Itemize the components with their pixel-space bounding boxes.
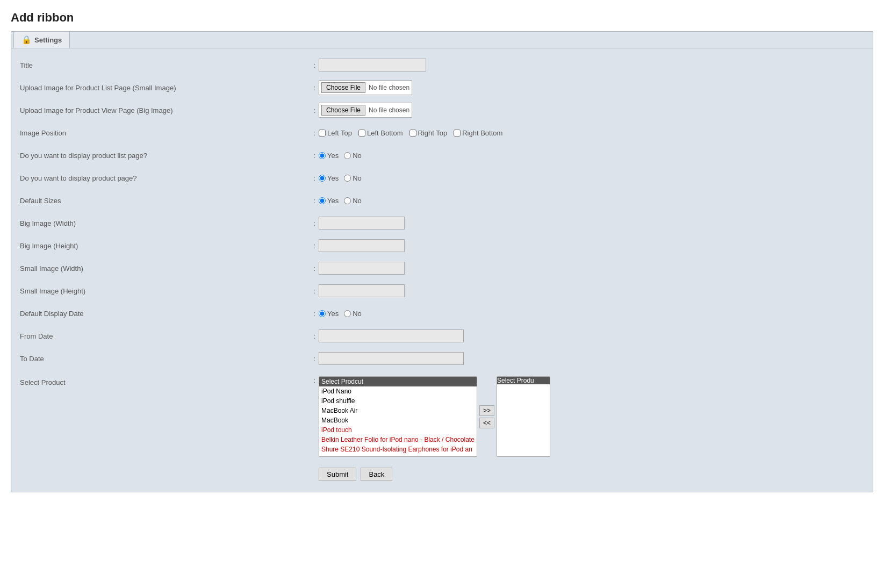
settings-icon: 🔒 xyxy=(21,35,32,45)
display-page-radios: Yes No xyxy=(319,174,362,182)
from-date-input[interactable] xyxy=(319,329,464,342)
select-product-label: Select Product xyxy=(20,374,310,391)
big-width-row: Big Image (Width) : xyxy=(20,212,864,234)
big-width-control xyxy=(319,214,864,232)
file-input-small: Choose File No file chosen xyxy=(319,80,412,95)
product-option-macbook[interactable]: MacBook xyxy=(319,415,477,425)
small-height-control xyxy=(319,282,864,299)
radio-default-sizes-no[interactable] xyxy=(344,197,351,204)
checkbox-right-bottom[interactable] xyxy=(454,130,461,137)
radio-default-date-no[interactable] xyxy=(344,310,351,317)
display-page-yes[interactable]: Yes xyxy=(319,174,339,182)
default-display-date-control: Yes No xyxy=(319,307,864,320)
move-right-button[interactable]: >> xyxy=(479,405,494,416)
checkbox-right-top[interactable] xyxy=(409,130,416,137)
product-listbox[interactable]: Select Prodcut iPod Nano iPod shuffle Ma… xyxy=(319,376,477,457)
product-option-shure[interactable]: Shure SE210 Sound-Isolating Earphones fo… xyxy=(319,444,477,454)
upload-small-control: Choose File No file chosen xyxy=(319,78,864,97)
product-option-ipod-nano[interactable]: iPod Nano xyxy=(319,386,477,396)
small-height-row: Small Image (Height) : xyxy=(20,279,864,302)
back-button[interactable]: Back xyxy=(361,468,392,481)
big-height-control xyxy=(319,237,864,254)
display-list-control: Yes No xyxy=(319,149,864,162)
default-display-date-row: Default Display Date : Yes No xyxy=(20,302,864,325)
display-list-row: Do you want to display product list page… xyxy=(20,144,864,167)
small-width-label: Small Image (Width) xyxy=(20,260,310,277)
default-sizes-control: Yes No xyxy=(319,195,864,207)
checkbox-left-bottom[interactable] xyxy=(358,130,365,137)
radio-display-page-no[interactable] xyxy=(344,175,351,182)
radio-default-date-yes[interactable] xyxy=(319,310,326,317)
display-list-yes[interactable]: Yes xyxy=(319,152,339,160)
default-display-date-radios: Yes No xyxy=(319,310,362,318)
file-no-chosen-small: No file chosen xyxy=(369,84,409,91)
product-option-ipod-touch[interactable]: iPod touch xyxy=(319,425,477,435)
small-width-input[interactable] xyxy=(319,262,405,275)
display-list-radios: Yes No xyxy=(319,152,362,160)
big-width-input[interactable] xyxy=(319,217,405,230)
big-height-input[interactable] xyxy=(319,239,405,252)
display-list-no[interactable]: No xyxy=(344,152,362,160)
move-left-button[interactable]: << xyxy=(479,418,494,428)
select-product-row: Select Product : Select Prodcut iPod Nan… xyxy=(20,370,864,459)
default-display-date-label: Default Display Date xyxy=(20,305,310,322)
action-buttons: Submit Back xyxy=(20,468,864,481)
product-option-header[interactable]: Select Prodcut xyxy=(319,377,477,386)
upload-big-label: Upload Image for Product View Page (Big … xyxy=(20,102,310,119)
display-list-label: Do you want to display product list page… xyxy=(20,147,310,164)
image-position-label: Image Position xyxy=(20,125,310,141)
radio-default-sizes-yes[interactable] xyxy=(319,197,326,204)
default-sizes-label: Default Sizes xyxy=(20,192,310,209)
tab-settings-label: Settings xyxy=(34,36,62,44)
radio-display-list-yes[interactable] xyxy=(319,152,326,159)
small-width-control xyxy=(319,260,864,277)
default-sizes-row: Default Sizes : Yes No xyxy=(20,189,864,212)
choose-file-big-button[interactable]: Choose File xyxy=(321,105,365,116)
to-date-label: To Date xyxy=(20,350,310,367)
image-position-control: Left Top Left Bottom Right Top Right Bot… xyxy=(319,127,864,139)
upload-big-row: Upload Image for Product View Page (Big … xyxy=(20,99,864,121)
default-display-date-yes[interactable]: Yes xyxy=(319,310,339,318)
file-no-chosen-big: No file chosen xyxy=(369,106,409,114)
submit-button[interactable]: Submit xyxy=(319,468,356,481)
small-height-input[interactable] xyxy=(319,284,405,297)
to-date-control xyxy=(319,350,864,367)
display-page-control: Yes No xyxy=(319,172,864,184)
product-option-macbook-air[interactable]: MacBook Air xyxy=(319,406,477,415)
radio-display-list-no[interactable] xyxy=(344,152,351,159)
title-control xyxy=(319,56,864,74)
big-width-label: Big Image (Width) xyxy=(20,215,310,232)
tab-header: 🔒 Settings xyxy=(11,32,873,48)
from-date-control xyxy=(319,327,864,345)
small-height-label: Small Image (Height) xyxy=(20,283,310,299)
from-date-label: From Date xyxy=(20,328,310,345)
image-position-checkboxes: Left Top Left Bottom Right Top Right Bot… xyxy=(319,129,502,137)
product-option-belkin[interactable]: Belkin Leather Folio for iPod nano - Bla… xyxy=(319,435,477,444)
pos-right-bottom[interactable]: Right Bottom xyxy=(454,129,502,137)
title-input[interactable] xyxy=(319,59,426,71)
product-option-ipod-shuffle[interactable]: iPod shuffle xyxy=(319,396,477,406)
to-date-row: To Date : xyxy=(20,347,864,370)
display-page-label: Do you want to display product page? xyxy=(20,170,310,187)
selected-option-header[interactable]: Select Produ xyxy=(497,377,550,384)
pos-left-bottom[interactable]: Left Bottom xyxy=(358,129,403,137)
default-display-date-no[interactable]: No xyxy=(344,310,362,318)
title-label: Title xyxy=(20,57,310,74)
tab-settings[interactable]: 🔒 Settings xyxy=(13,31,70,48)
default-sizes-yes[interactable]: Yes xyxy=(319,197,339,205)
pos-left-top[interactable]: Left Top xyxy=(319,129,352,137)
choose-file-small-button[interactable]: Choose File xyxy=(321,82,365,93)
radio-display-page-yes[interactable] xyxy=(319,175,326,182)
image-position-row: Image Position : Left Top Left Bottom Ri… xyxy=(20,121,864,144)
pos-right-top[interactable]: Right Top xyxy=(409,129,448,137)
to-date-input[interactable] xyxy=(319,352,464,365)
tab-container: 🔒 Settings Title : Upload Image for Prod… xyxy=(11,31,873,492)
select-product-area: Select Prodcut iPod Nano iPod shuffle Ma… xyxy=(319,376,550,457)
checkbox-left-top[interactable] xyxy=(319,130,326,137)
page-title: Add ribbon xyxy=(11,11,873,25)
default-sizes-no[interactable]: No xyxy=(344,197,362,205)
upload-small-row: Upload Image for Product List Page (Smal… xyxy=(20,76,864,99)
big-height-row: Big Image (Height) : xyxy=(20,234,864,257)
selected-products-listbox[interactable]: Select Produ xyxy=(497,376,550,457)
display-page-no[interactable]: No xyxy=(344,174,362,182)
